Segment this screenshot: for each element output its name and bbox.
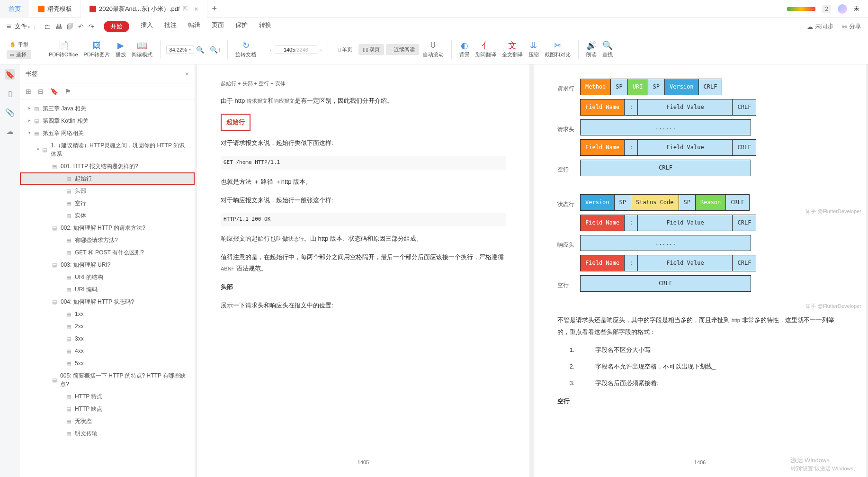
limit-badge[interactable]: 2 (822, 5, 831, 13)
tab-pdf[interactable]: 2020最新And...东) 小米）.pdf ⇱ × (81, 0, 207, 18)
zoom-out-icon[interactable]: 🔍− (196, 46, 208, 54)
zoom-control[interactable]: 84.22% ▾ (166, 45, 194, 54)
read-mode-button[interactable]: 📖阅读模式 (130, 41, 154, 58)
bookmark-item[interactable]: ▤2xx (20, 320, 195, 333)
bookmarks-header: 书签 × (20, 64, 195, 83)
menu-tab-insert[interactable]: 插入 (141, 21, 153, 32)
page-input[interactable]: 1405/2246 (275, 45, 317, 54)
bookmark-item[interactable]: ▤004: 如何理解 HTTP 状态码? (20, 296, 195, 308)
bookmark-label: 有哪些请求方法? (75, 236, 118, 244)
bookmark-item[interactable]: ▤头部 (20, 185, 195, 197)
double-page-button[interactable]: ▯▯ 双页 (358, 44, 384, 55)
pdf-to-image-button[interactable]: 🖼PDF转图片 (82, 41, 112, 58)
export-icon[interactable]: 🗐 (67, 23, 73, 30)
bookmarks-close-icon[interactable]: × (185, 70, 189, 78)
tab-pin-icon[interactable]: ⇱ (183, 5, 188, 12)
bookmark-item[interactable]: ▤HTTP 特点 (20, 390, 195, 403)
bookmark-item[interactable]: ▤明文传输 (20, 427, 195, 440)
menu-tab-edit[interactable]: 编辑 (188, 21, 200, 32)
bookmark-item[interactable]: ▤4xx (20, 345, 195, 357)
bookmark-item[interactable]: ▤GET 和 POST 有什么区别? (20, 246, 195, 259)
bookmark-item[interactable]: ▤URI 的结构 (20, 271, 195, 283)
watermark: 知乎 @FlutterDeveloper (805, 207, 861, 216)
bookmarks-tree[interactable]: ▸▤第三章 Java 相关▸▤第四章 Kotlin 相关▾▤第五章 网络相关▾▤… (20, 99, 195, 477)
bookmark-item[interactable]: ▤起始行 (20, 172, 195, 185)
bookmark-label: 无状态 (75, 417, 92, 425)
page-prev-icon[interactable]: ‹ (270, 47, 272, 53)
hand-tool-button[interactable]: ✋ 手型 (7, 40, 31, 49)
undo-icon[interactable]: ↶ (78, 23, 84, 30)
redo-icon[interactable]: ↷ (89, 23, 94, 30)
bm-flag-icon[interactable]: ⚑ (65, 88, 71, 95)
bookmark-label: 1.（建议精读）HTTP灵魂之问，巩固你的 HTTP 知识体系 (51, 141, 190, 158)
bookmark-item[interactable]: ▤001. HTTP 报文结构是怎样的? (20, 160, 195, 172)
zoom-in-icon[interactable]: 🔍+ (210, 46, 222, 54)
bookmark-item[interactable]: ▤1xx (20, 308, 195, 320)
dict-button[interactable]: ⺅划词翻译 (474, 41, 498, 58)
bookmark-item[interactable]: ▤003: 如何理解 URI? (20, 259, 195, 271)
compress-button[interactable]: ⇊压缩 (527, 41, 541, 58)
bookmark-item[interactable]: ▤3xx (20, 333, 195, 345)
bm-collapse-icon[interactable]: ⊟ (38, 88, 44, 95)
main-view[interactable]: 起始行 + 头部 + 空行 + 实体 由于 http 请求报文和响应报文是有一定… (195, 64, 868, 477)
hamburger-icon[interactable]: ≡ (7, 22, 11, 31)
pdf-to-office-button[interactable]: 📄PDF转Office (47, 41, 80, 58)
read-aloud-button[interactable]: 🔊朗读 (584, 41, 599, 58)
bookmark-item[interactable]: ▤实体 (20, 209, 195, 222)
select-tool-button[interactable]: ▭ 选择 (7, 50, 31, 59)
bookmark-item[interactable]: ▤空行 (20, 197, 195, 209)
continuous-button[interactable]: ≡ 连续阅读 (386, 44, 419, 55)
bookmark-item[interactable]: ▤005: 简要概括一下 HTTP 的特点? HTTP 有哪些缺点? (20, 369, 195, 390)
bookmark-item[interactable]: ▤002. 如何理解 HTTP 的请求方法? (20, 222, 195, 234)
bm-add-icon[interactable]: 🔖 (50, 88, 58, 95)
thumbnail-rail-icon[interactable]: ▯ (5, 88, 15, 99)
bookmark-item[interactable]: ▤URI 编码 (20, 283, 195, 296)
bg-button[interactable]: ◐背景 (457, 41, 472, 58)
bookmark-item[interactable]: ▸▤第三章 Java 相关 (20, 102, 195, 115)
print-icon[interactable]: 🖶 (55, 23, 62, 30)
left-rail: 🔖 ▯ 📎 ☁ (0, 64, 20, 477)
menu-tab-start[interactable]: 开始 (104, 21, 129, 32)
bookmark-label: 第四章 Kotlin 相关 (43, 117, 89, 125)
bookmark-item[interactable]: ▸▤第四章 Kotlin 相关 (20, 115, 195, 127)
share-button[interactable]: ⚯ 分享 (842, 22, 861, 31)
menu-tab-protect[interactable]: 保护 (235, 21, 248, 32)
bm-expand-icon[interactable]: ⊞ (26, 88, 31, 95)
cloud-rail-icon[interactable]: ☁ (5, 126, 15, 136)
menu-tab-convert[interactable]: 转换 (259, 21, 271, 32)
single-page-button[interactable]: ▯ 单页 (334, 44, 357, 55)
open-icon[interactable]: 🗀 (44, 23, 51, 30)
bookmark-item[interactable]: ▾▤1.（建议精读）HTTP灵魂之问，巩固你的 HTTP 知识体系 (20, 139, 195, 160)
zoom-value: 84.22% (170, 47, 187, 53)
page-next-icon[interactable]: › (320, 47, 322, 53)
tab-close-icon[interactable]: × (195, 5, 198, 13)
http-request-table: 请求行 Method SP URI SP Version CRLF 请求头 (557, 79, 756, 180)
bookmark-label: 3xx (75, 334, 84, 343)
crop-compare-button[interactable]: ✂截图和对比 (543, 41, 573, 58)
attachment-rail-icon[interactable]: 📎 (5, 107, 15, 117)
menu-tab-page[interactable]: 页面 (212, 21, 224, 32)
find-button[interactable]: 🔍查找 (600, 41, 615, 58)
auto-scroll-button[interactable]: ⤋自动滚动 (421, 41, 446, 58)
tab-home[interactable]: 首页 (0, 0, 29, 18)
bookmark-item[interactable]: ▤5xx (20, 357, 195, 369)
bookmark-icon: ▤ (52, 261, 59, 269)
menu-tab-annotate[interactable]: 批注 (164, 21, 177, 32)
tab-add-button[interactable]: + (207, 4, 222, 14)
full-translate-button[interactable]: 文全文翻译 (500, 41, 525, 58)
tab-template[interactable]: 稻壳模板 (29, 0, 81, 18)
sync-button[interactable]: ☁ 未同步 (807, 22, 833, 31)
bookmark-rail-icon[interactable]: 🔖 (5, 69, 15, 80)
bookmark-item[interactable]: ▤HTTP 缺点 (20, 403, 195, 415)
bookmark-item[interactable]: ▾▤第五章 网络相关 (20, 127, 195, 139)
bookmark-item[interactable]: ▤有哪些请求方法? (20, 234, 195, 246)
user-avatar[interactable] (838, 4, 847, 14)
play-button[interactable]: ▶播放 (114, 41, 128, 58)
list-item: 字段名不区分大小写 (576, 344, 842, 356)
bookmark-icon: ▤ (52, 224, 59, 232)
rotate-button[interactable]: ↻旋转文档 (233, 41, 258, 58)
progress-indicator-icon (787, 7, 815, 11)
menu-file[interactable]: 文件▾ (15, 22, 30, 31)
bookmark-item[interactable]: ▤无状态 (20, 415, 195, 427)
title-right: 2 未 (787, 4, 868, 14)
